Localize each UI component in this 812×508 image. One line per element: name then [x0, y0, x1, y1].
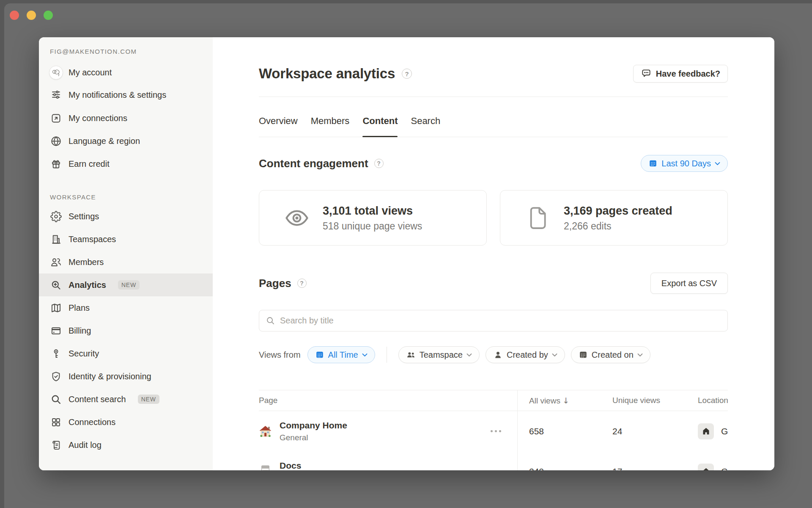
- column-header-location[interactable]: Location: [698, 396, 728, 405]
- column-header-unique-views[interactable]: Unique views: [612, 396, 698, 405]
- views-from-label: Views from: [259, 350, 301, 360]
- engagement-stat-cards: 3,101 total views 518 unique page views …: [259, 190, 728, 246]
- all-views-cell: 658: [517, 426, 612, 436]
- scroll-icon: [50, 439, 62, 451]
- sidebar-item-content-search[interactable]: Content search NEW: [39, 388, 213, 411]
- pages-heading: Pages: [259, 276, 291, 291]
- calendar-icon: [579, 350, 588, 359]
- page-title: Workspace analytics: [259, 64, 395, 83]
- pages-created-card: 3,169 pages created 2,266 edits: [500, 190, 728, 246]
- have-feedback-button[interactable]: Have feedback?: [633, 65, 728, 83]
- total-views-value: 3,101 total views: [323, 204, 422, 218]
- arrow-up-right-icon: [50, 112, 62, 124]
- sidebar-item-billing[interactable]: Billing: [39, 319, 213, 342]
- chevron-down-icon: [715, 162, 720, 166]
- page-icon: [525, 207, 551, 229]
- sidebar-item-connections[interactable]: Connections: [39, 411, 213, 433]
- sidebar-item-settings[interactable]: Settings: [39, 205, 213, 228]
- location-home-button[interactable]: [698, 423, 714, 439]
- location-home-button[interactable]: [698, 464, 714, 471]
- shield-check-icon: [50, 370, 62, 382]
- page-search: [259, 310, 728, 331]
- page-teamspace-cell: General: [280, 433, 347, 442]
- grid-icon: [50, 416, 62, 428]
- window-controls: [10, 11, 53, 20]
- sidebar-item-earn-credit[interactable]: Earn credit: [39, 152, 213, 175]
- sidebar-item-analytics[interactable]: Analytics NEW: [39, 273, 213, 296]
- sidebar-item-identity-provisioning[interactable]: Identity & provisioning: [39, 365, 213, 388]
- key-icon: [50, 348, 62, 359]
- close-window-button[interactable]: [10, 11, 19, 20]
- zoom-window-button[interactable]: [44, 11, 53, 20]
- sidebar-item-plans[interactable]: Plans: [39, 296, 213, 319]
- sort-descending-icon: ↓: [562, 396, 569, 405]
- chevron-down-icon: [362, 353, 368, 357]
- chevron-down-icon: [466, 353, 472, 357]
- page-title-cell: Company Home: [280, 420, 347, 431]
- house-emoji: [259, 425, 272, 438]
- unique-views-cell: 17: [612, 467, 698, 471]
- help-icon[interactable]: ?: [297, 279, 307, 288]
- search-by-title-input[interactable]: [280, 316, 721, 326]
- unique-views-cell: 24: [612, 426, 698, 436]
- chevron-down-icon: [637, 353, 643, 357]
- column-header-all-views[interactable]: All views ↓: [517, 396, 612, 406]
- sidebar-item-my-connections[interactable]: My connections: [39, 107, 213, 130]
- minimize-window-button[interactable]: [27, 11, 36, 20]
- chevron-down-icon: [552, 353, 557, 357]
- sidebar-item-security[interactable]: Security: [39, 342, 213, 365]
- settings-sidebar: FIG@MAKENOTION.COM My account: [39, 37, 213, 470]
- unique-views-value: 518 unique page views: [323, 220, 422, 232]
- account-email-label: FIG@MAKENOTION.COM: [39, 47, 213, 56]
- date-range-dropdown[interactable]: Last 90 Days: [641, 155, 728, 172]
- all-views-cell: 240: [517, 467, 612, 471]
- building-icon: [50, 233, 62, 245]
- pages-table: Page All views ↓ Unique views Location: [259, 390, 728, 470]
- map-icon: [50, 302, 62, 314]
- sidebar-item-language-region[interactable]: Language & region: [39, 130, 213, 152]
- document-emoji: [259, 465, 272, 470]
- column-header-page[interactable]: Page: [259, 396, 517, 405]
- pages-created-value: 3,169 pages created: [564, 204, 672, 218]
- globe-icon: [50, 135, 62, 147]
- page-title-cell: Docs: [280, 460, 308, 470]
- help-icon[interactable]: ?: [374, 159, 384, 168]
- total-views-card: 3,101 total views 518 unique page views: [259, 190, 487, 246]
- pages-filters: Views from All Time: [259, 346, 728, 363]
- credit-card-icon: [50, 325, 62, 337]
- filter-divider: [387, 347, 387, 363]
- views-from-dropdown[interactable]: All Time: [307, 346, 375, 363]
- calendar-icon: [315, 350, 324, 359]
- eye-icon: [284, 209, 310, 227]
- tab-members[interactable]: Members: [311, 115, 350, 137]
- teamspace-filter[interactable]: Teamspace: [398, 346, 480, 363]
- analytics-main-panel: Workspace analytics ? Have feedback? Ove…: [213, 37, 774, 470]
- sidebar-item-teamspaces[interactable]: Teamspaces: [39, 228, 213, 251]
- help-icon[interactable]: ?: [402, 69, 412, 79]
- settings-window: FIG@MAKENOTION.COM My account: [39, 37, 774, 470]
- gift-icon: [50, 158, 62, 170]
- row-actions-menu-icon[interactable]: [491, 430, 501, 432]
- tab-content[interactable]: Content: [362, 115, 398, 137]
- sidebar-item-audit-log[interactable]: Audit log: [39, 433, 213, 456]
- table-row[interactable]: Company Home General 658 24 General: [259, 411, 728, 451]
- content-engagement-heading: Content engagement: [259, 156, 368, 171]
- export-csv-button[interactable]: Export as CSV: [650, 273, 728, 294]
- sidebar-item-members[interactable]: Members: [39, 251, 213, 273]
- avatar: [50, 66, 62, 78]
- created-on-filter[interactable]: Created on: [571, 346, 650, 363]
- table-row[interactable]: Docs General 240 17 General: [259, 451, 728, 470]
- new-badge: NEW: [138, 395, 159, 404]
- gear-icon: [50, 210, 62, 222]
- sidebar-item-my-account[interactable]: My account: [39, 61, 213, 84]
- workspace-section-label: WORKSPACE: [39, 193, 213, 202]
- created-by-filter[interactable]: Created by: [486, 346, 565, 363]
- analytics-tabs: Overview Members Content Search: [259, 97, 728, 137]
- sidebar-item-notifications-settings[interactable]: My notifications & settings: [39, 84, 213, 107]
- person-icon: [493, 350, 503, 360]
- people-icon: [406, 350, 416, 360]
- members-icon: [50, 256, 62, 268]
- tab-search[interactable]: Search: [411, 115, 440, 137]
- tab-overview[interactable]: Overview: [259, 115, 298, 137]
- zoom-in-icon: [50, 279, 62, 291]
